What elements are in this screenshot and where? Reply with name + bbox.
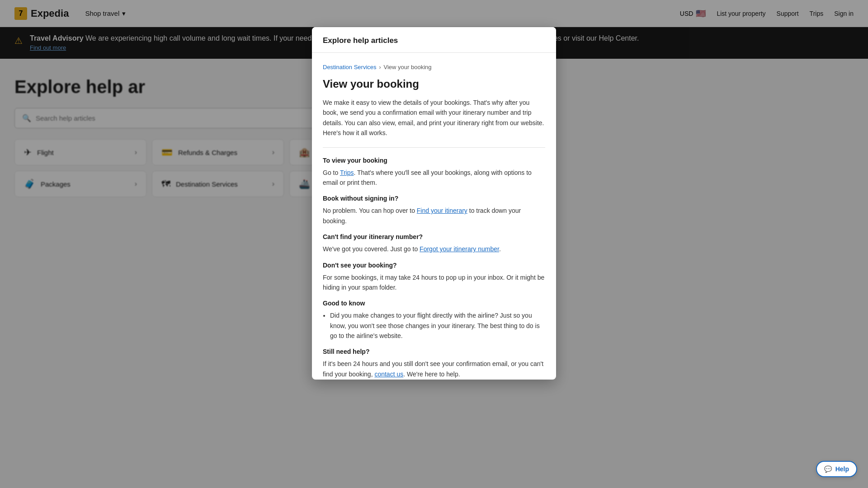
section2-text: No problem. You can hop over to Find you… (323, 206, 545, 226)
section5-bullet: Did you make changes to your flight dire… (330, 310, 545, 341)
modal-overlay[interactable]: ✕ Explore help articles Destination Serv… (0, 0, 868, 488)
breadcrumb: Destination Services › View your booking (323, 64, 545, 70)
section-cant-find: Can't find your itinerary number? We've … (323, 233, 545, 254)
trips-link[interactable]: Trips (340, 169, 354, 176)
section6-text: If it's been 24 hours and you still don'… (323, 359, 545, 379)
forgot-itinerary-link[interactable]: Forgot your itinerary number (420, 245, 499, 253)
contact-us-link[interactable]: contact us (374, 371, 403, 378)
modal-body: Destination Services › View your booking… (312, 53, 556, 380)
modal-header: Explore help articles (312, 27, 556, 53)
breadcrumb-separator: › (379, 64, 381, 70)
section1-title: To view your booking (323, 157, 545, 164)
section6-suffix: . We're here to help. (403, 371, 460, 378)
section3-suffix: . (499, 245, 501, 253)
section-dont-see: Don't see your booking? For some booking… (323, 262, 545, 293)
section5-list: Did you make changes to your flight dire… (330, 310, 545, 341)
section3-text: We've got you covered. Just go to Forgot… (323, 244, 545, 254)
section3-prefix: We've got you covered. Just go to (323, 245, 420, 253)
breadcrumb-destination-link[interactable]: Destination Services (323, 64, 377, 70)
section-good-to-know: Good to know Did you make changes to you… (323, 300, 545, 341)
article-intro: We make it easy to view the details of y… (323, 98, 545, 138)
section2-title: Book without signing in? (323, 195, 545, 202)
article-title: View your booking (323, 78, 545, 90)
section1-text: Go to Trips. That's where you'll see all… (323, 168, 545, 188)
section3-title: Can't find your itinerary number? (323, 233, 545, 240)
section1-prefix: Go to (323, 169, 340, 176)
section4-text: For some bookings, it may take 24 hours … (323, 272, 545, 293)
section4-title: Don't see your booking? (323, 262, 545, 269)
help-button[interactable]: 💬 Help (816, 461, 857, 477)
section-still-need-help: Still need help? If it's been 24 hours a… (323, 348, 545, 379)
modal-header-title: Explore help articles (323, 36, 398, 45)
breadcrumb-current: View your booking (384, 64, 432, 70)
section-no-signin: Book without signing in? No problem. You… (323, 195, 545, 226)
section1-suffix: . That's where you'll see all your booki… (323, 169, 532, 186)
section2-prefix: No problem. You can hop over to (323, 207, 417, 214)
help-button-label: Help (835, 465, 849, 473)
section6-title: Still need help? (323, 348, 545, 355)
find-itinerary-link[interactable]: Find your itinerary (417, 207, 467, 214)
help-chat-icon: 💬 (824, 465, 832, 473)
divider (323, 147, 545, 148)
section-view-booking: To view your booking Go to Trips. That's… (323, 157, 545, 188)
section5-title: Good to know (323, 300, 545, 307)
help-article-modal: ✕ Explore help articles Destination Serv… (312, 27, 556, 380)
